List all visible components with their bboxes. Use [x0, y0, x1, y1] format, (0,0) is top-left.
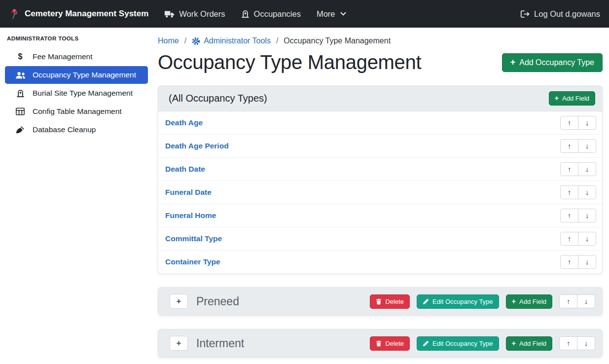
- truck-icon: [164, 10, 175, 18]
- expand-button[interactable]: +: [170, 294, 188, 309]
- flower-logo-icon: [9, 8, 20, 20]
- chevron-down-icon: [340, 10, 347, 17]
- move-down-button[interactable]: ↓: [578, 232, 596, 246]
- move-up-button[interactable]: ↑: [560, 209, 578, 222]
- move-down-button[interactable]: ↓: [577, 336, 595, 350]
- breadcrumb-admin-tools-link[interactable]: Administrator Tools: [192, 36, 271, 45]
- breadcrumb-separator: /: [276, 36, 278, 45]
- occupancy-type-card-interment: + Interment Delete: [158, 329, 603, 358]
- gear-icon: [192, 37, 200, 45]
- sidebar-item-occupancy-type-management[interactable]: Occupancy Type Management: [5, 66, 148, 84]
- trash-icon: [376, 340, 382, 347]
- move-up-button[interactable]: ↑: [560, 116, 578, 130]
- reorder-button-group: ↑ ↓: [560, 185, 596, 199]
- breadcrumb-current: Occupancy Type Management: [284, 36, 391, 45]
- field-row: Committal Type ↑ ↓: [158, 227, 602, 251]
- trash-icon: [376, 298, 382, 305]
- reorder-button-group: ↑ ↓: [560, 255, 596, 269]
- dollar-icon: $: [15, 53, 26, 61]
- sidebar-item-database-cleanup[interactable]: Database Cleanup: [5, 121, 148, 139]
- arrow-up-icon: ↑: [568, 258, 571, 266]
- all-occupancy-types-header: (All Occupancy Types) + Add Field: [158, 86, 602, 111]
- arrow-down-icon: ↓: [585, 142, 589, 150]
- move-up-button[interactable]: ↑: [560, 162, 578, 176]
- nav-work-orders[interactable]: Work Orders: [164, 9, 225, 19]
- arrow-down-icon: ↓: [585, 212, 589, 219]
- all-occupancy-types-card: (All Occupancy Types) + Add Field Death …: [158, 85, 603, 274]
- delete-button[interactable]: Delete: [370, 294, 410, 309]
- reorder-button-group: ↑ ↓: [559, 336, 595, 350]
- admin-tools-sidebar: Administrator Tools $ Fee Management Occ…: [0, 28, 153, 358]
- pencil-icon: [423, 298, 429, 305]
- move-up-button[interactable]: ↑: [560, 139, 578, 153]
- field-link[interactable]: Death Date: [165, 165, 205, 174]
- expand-button[interactable]: +: [170, 336, 188, 351]
- arrow-down-icon: ↓: [585, 119, 589, 127]
- sidebar-item-label: Fee Management: [33, 52, 93, 61]
- field-link[interactable]: Funeral Home: [165, 211, 216, 220]
- plus-icon: +: [555, 95, 559, 102]
- tombstone-icon: [15, 89, 26, 98]
- navbar-right: Log Out d.gowans: [520, 9, 600, 19]
- reorder-button-group: ↑ ↓: [560, 209, 596, 222]
- edit-occupancy-type-label: Edit Occupancy Type: [432, 298, 493, 305]
- move-up-button[interactable]: ↑: [559, 336, 577, 350]
- arrow-down-icon: ↓: [584, 339, 588, 347]
- field-link[interactable]: Container Type: [165, 257, 220, 266]
- breadcrumb: Home / Administrator Tools / Occupancy T…: [158, 36, 603, 45]
- logout-link[interactable]: Log Out d.gowans: [520, 9, 600, 19]
- edit-occupancy-type-button[interactable]: Edit Occupancy Type: [417, 336, 499, 351]
- sidebar-item-config-table-management[interactable]: Config Table Management: [5, 103, 148, 120]
- nav-occupancies[interactable]: Occupancies: [241, 9, 301, 19]
- move-down-button[interactable]: ↓: [578, 209, 596, 222]
- add-field-label: Add Field: [562, 95, 589, 102]
- field-row: Funeral Date ↑ ↓: [158, 181, 602, 204]
- move-down-button[interactable]: ↓: [577, 294, 595, 308]
- field-link[interactable]: Death Age: [165, 118, 203, 127]
- add-field-button[interactable]: + Add Field: [506, 336, 552, 351]
- sidebar-heading: Administrator Tools: [0, 32, 153, 47]
- add-field-button[interactable]: + Add Field: [549, 91, 595, 106]
- arrow-down-icon: ↓: [585, 258, 589, 266]
- reorder-button-group: ↑ ↓: [560, 232, 596, 246]
- move-down-button[interactable]: ↓: [578, 116, 596, 130]
- sidebar-item-label: Burial Site Type Management: [33, 89, 133, 98]
- breadcrumb-home-link[interactable]: Home: [158, 36, 179, 45]
- move-down-button[interactable]: ↓: [578, 162, 596, 176]
- nav-occupancies-label: Occupancies: [254, 9, 301, 19]
- move-down-button[interactable]: ↓: [578, 139, 596, 153]
- sidebar-item-burial-site-type-management[interactable]: Burial Site Type Management: [5, 84, 148, 102]
- brand-link[interactable]: Cemetery Management System: [9, 8, 148, 20]
- occupancy-type-title: Preneed: [196, 295, 239, 308]
- move-down-button[interactable]: ↓: [578, 255, 596, 269]
- arrow-up-icon: ↑: [568, 119, 571, 127]
- arrow-up-icon: ↑: [568, 235, 571, 243]
- plus-icon: +: [512, 298, 516, 305]
- arrow-up-icon: ↑: [568, 165, 571, 173]
- move-up-button[interactable]: ↑: [560, 255, 578, 269]
- users-icon: [15, 72, 26, 79]
- add-occupancy-type-button[interactable]: + Add Occupancy Type: [502, 53, 603, 72]
- field-link[interactable]: Committal Type: [165, 234, 222, 243]
- field-link[interactable]: Death Age Period: [165, 142, 229, 150]
- title-row: Occupancy Type Management + Add Occupanc…: [158, 51, 603, 73]
- delete-button[interactable]: Delete: [370, 336, 410, 351]
- brand-title: Cemetery Management System: [25, 9, 148, 19]
- move-up-button[interactable]: ↑: [560, 185, 578, 199]
- tombstone-icon: [241, 9, 250, 18]
- arrow-down-icon: ↓: [585, 165, 589, 173]
- add-field-label: Add Field: [519, 298, 546, 305]
- page-layout: Administrator Tools $ Fee Management Occ…: [0, 28, 609, 358]
- move-up-button[interactable]: ↑: [560, 232, 578, 246]
- type-card-actions: Delete Edit Occupancy Type + Add Field ↑: [370, 336, 595, 351]
- sidebar-item-fee-management[interactable]: $ Fee Management: [5, 48, 148, 66]
- move-down-button[interactable]: ↓: [578, 185, 596, 199]
- move-up-button[interactable]: ↑: [559, 294, 577, 308]
- delete-label: Delete: [385, 298, 404, 305]
- field-link[interactable]: Funeral Date: [165, 188, 212, 197]
- add-field-button[interactable]: + Add Field: [506, 294, 552, 309]
- plus-icon: +: [512, 340, 516, 347]
- edit-occupancy-type-button[interactable]: Edit Occupancy Type: [417, 294, 499, 309]
- type-card-actions: Delete Edit Occupancy Type + Add Field ↑: [370, 294, 595, 309]
- nav-more[interactable]: More: [317, 9, 347, 19]
